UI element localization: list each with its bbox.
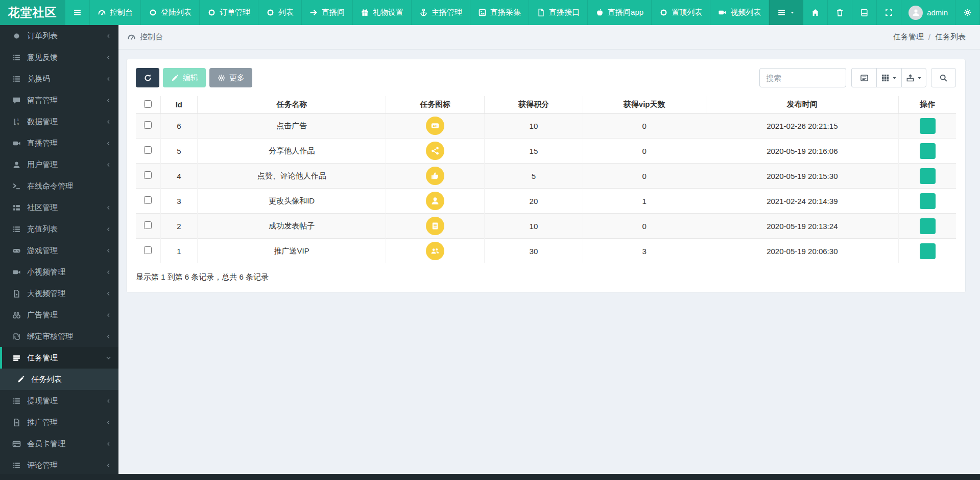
top-icon-home[interactable] [803, 0, 828, 25]
sidebar-item-任务列表[interactable]: 任务列表 [0, 369, 118, 390]
sidebar-item-在线命令管理[interactable]: 在线命令管理 [0, 175, 118, 197]
sidebar-item-大视频管理[interactable]: 大视频管理 [0, 283, 118, 304]
row-edit-button[interactable] [920, 193, 936, 209]
task-points: 20 [485, 189, 583, 214]
menu-item-icon [478, 8, 487, 17]
sidebar-item-label: 任务列表 [31, 375, 111, 384]
sidebar-item-直播管理[interactable]: 直播管理 [0, 132, 118, 154]
bottom-strip [0, 474, 980, 480]
sidebar-item-label: 兑换码 [27, 74, 100, 84]
top-menu-item-列表[interactable]: 列表 [258, 0, 302, 25]
top-menu-item-置顶列表[interactable]: 置顶列表 [652, 0, 710, 25]
sidebar-item-icon [12, 440, 21, 448]
sidebar-item-提现管理[interactable]: 提现管理 [0, 390, 118, 412]
top-icon-trash[interactable] [828, 0, 852, 25]
sidebar-item-用户管理[interactable]: 用户管理 [0, 154, 118, 175]
row-edit-button[interactable] [920, 118, 936, 134]
top-menu-item-直播间app[interactable]: 直播间app [588, 0, 652, 25]
sidebar-item-订单列表[interactable]: 订单列表 [0, 25, 118, 47]
sidebar-item-充值列表[interactable]: 充值列表 [0, 218, 118, 240]
sidebar-item-小视频管理[interactable]: 小视频管理 [0, 261, 118, 283]
pencil-icon [171, 74, 179, 82]
main-area: 控制台 任务管理 / 任务列表 编辑 更多 [118, 25, 980, 474]
row-checkbox[interactable] [144, 121, 152, 129]
sidebar-item-icon [12, 75, 21, 83]
top-menu-item-礼物设置[interactable]: 礼物设置 [353, 0, 412, 25]
sidebar-item-会员卡管理[interactable]: 会员卡管理 [0, 433, 118, 454]
sidebar-item-留言管理[interactable]: 留言管理 [0, 89, 118, 111]
menu-item-label: 登陆列表 [161, 8, 192, 17]
breadcrumb-dashboard[interactable]: 控制台 [140, 32, 163, 42]
top-icon-settings[interactable] [955, 0, 980, 25]
task-vip-days: 1 [583, 189, 706, 214]
columns-button[interactable] [876, 68, 901, 87]
sidebar-item-icon: 19 [12, 118, 21, 126]
row-checkbox[interactable] [144, 196, 152, 204]
chevron-icon [106, 291, 111, 296]
chevron-icon [106, 398, 111, 404]
task-vip-days: 0 [583, 214, 706, 239]
search-input[interactable] [759, 68, 846, 87]
sidebar-item-绑定审核管理[interactable]: 绑定审核管理 [0, 326, 118, 347]
sidebar-item-评论管理[interactable]: 评论管理 [0, 454, 118, 476]
brand-logo[interactable]: 花堂社区 [0, 0, 65, 25]
top-menu-item-登陆列表[interactable]: 登陆列表 [141, 0, 200, 25]
chevron-icon [106, 141, 111, 146]
sidebar-item-label: 评论管理 [27, 461, 100, 470]
more-button[interactable]: 更多 [209, 68, 252, 87]
sidebar-item-广告管理[interactable]: 广告管理 [0, 304, 118, 326]
task-points: 15 [485, 139, 583, 164]
top-icon-menu-dropdown[interactable] [769, 0, 803, 25]
sidebar-item-意见反馈[interactable]: 意见反馈 [0, 47, 118, 68]
sidebar-item-icon [12, 161, 21, 169]
row-checkbox[interactable] [144, 246, 152, 254]
task-id: 6 [160, 113, 197, 139]
row-checkbox[interactable] [144, 171, 152, 179]
top-menu-item-hamburger[interactable] [65, 0, 90, 25]
sidebar-item-兑换码[interactable]: 兑换码 [0, 68, 118, 89]
sidebar-item-icon [12, 397, 21, 405]
breadcrumb-parent[interactable]: 任务管理 [893, 32, 924, 42]
row-checkbox[interactable] [144, 221, 152, 229]
toggle-view-button[interactable] [851, 68, 876, 87]
chevron-icon [106, 162, 111, 168]
refresh-button[interactable] [136, 68, 159, 87]
row-edit-button[interactable] [920, 168, 936, 184]
top-icon-book[interactable] [852, 0, 877, 25]
sidebar-item-icon [12, 203, 21, 212]
table-row: 2 成功发表帖子 10 0 2020-05-19 20:13:24 [136, 214, 956, 239]
export-button[interactable] [901, 68, 926, 87]
breadcrumb: 控制台 [127, 32, 163, 42]
sidebar-item-推广管理[interactable]: 推广管理 [0, 412, 118, 433]
sidebar-item-label: 小视频管理 [27, 267, 100, 277]
chevron-icon [106, 33, 111, 39]
task-name: 分享他人作品 [197, 139, 386, 164]
task-table: Id任务名称任务图标获得积分获得vip天数发布时间操作 6 点击广告 AD 10… [136, 96, 956, 263]
sidebar-item-游戏管理[interactable]: 游戏管理 [0, 240, 118, 261]
top-menu-item-直播间[interactable]: 直播间 [302, 0, 353, 25]
sidebar-item-任务管理[interactable]: 任务管理 [0, 347, 118, 369]
svg-text:AD: AD [433, 124, 438, 128]
user-menu[interactable]: admin [901, 0, 955, 25]
sidebar-item-label: 充值列表 [27, 224, 100, 234]
top-icon-fullscreen[interactable] [877, 0, 901, 25]
edit-button[interactable]: 编辑 [163, 68, 206, 87]
breadcrumb-current: 任务列表 [935, 32, 966, 42]
row-edit-button[interactable] [920, 143, 936, 159]
row-edit-button[interactable] [920, 243, 936, 259]
top-menu-item-订单管理[interactable]: 订单管理 [200, 0, 258, 25]
top-menu-item-直播接口[interactable]: 直播接口 [529, 0, 588, 25]
search-button[interactable] [931, 68, 956, 87]
row-edit-button[interactable] [920, 218, 936, 234]
row-checkbox[interactable] [144, 146, 152, 154]
sidebar-item-数据管理[interactable]: 19 数据管理 [0, 111, 118, 132]
top-menu-item-视频列表[interactable]: 视频列表 [710, 0, 769, 25]
select-all-checkbox[interactable] [144, 100, 152, 108]
task-name: 点击广告 [197, 113, 386, 139]
top-menu-item-控制台[interactable]: 控制台 [90, 0, 141, 25]
sidebar-item-社区管理[interactable]: 社区管理 [0, 197, 118, 218]
top-menu-item-主播管理[interactable]: 主播管理 [412, 0, 470, 25]
caret-down-icon [790, 10, 795, 15]
top-navbar: 花堂社区 控制台 登陆列表 订单管理 列表 直播间 礼物设置 主播管理 [0, 0, 980, 25]
top-menu-item-直播采集[interactable]: 直播采集 [470, 0, 529, 25]
